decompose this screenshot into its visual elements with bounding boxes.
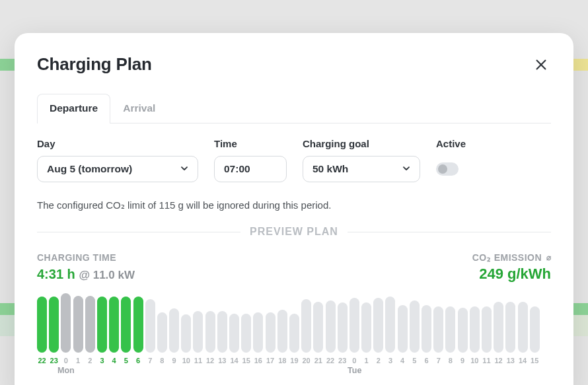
chart-tick: 3 [97,357,107,365]
chart-tick: 13 [505,357,515,365]
chart-tick: 5 [410,357,420,365]
chart-bar [266,312,276,353]
goal-value: 50 kWh [312,163,348,175]
chart-bar [326,300,336,353]
chart-bar [433,306,443,353]
charging-time-label: CHARGING TIME [37,252,135,263]
chart-tick: 12 [494,357,503,365]
chart-tick: 13 [217,357,227,365]
chart-tick: 9 [169,357,179,365]
chart-tick: 16 [253,357,263,365]
chart-bar [241,314,251,353]
chart-tick: 11 [482,357,492,365]
field-day: Day Aug 5 (tomorrow) [37,138,198,182]
preview-chart: 2223012345678910111213141516171819202122… [37,293,551,378]
chart-tick: 6 [422,357,431,365]
chart-tick: 7 [433,357,443,365]
chart-bar [73,296,83,353]
chart-bar [445,306,455,353]
chart-tick: 8 [445,357,455,365]
chart-bar [157,312,167,353]
divider-label: PREVIEW PLAN [250,226,338,238]
chart-tick: 4 [398,357,408,365]
chart-bar [289,314,299,353]
chart-bar [193,311,203,353]
field-goal: Charging goal 50 kWh [303,138,420,182]
close-button[interactable] [531,55,551,75]
chart-tick: 12 [205,357,215,365]
metric-co2: CO₂ EMISSION ⌀ 249 g/kWh [472,252,551,283]
chart-tick: 5 [121,357,131,365]
chart-tick: 0 [349,357,359,365]
chart-bar [229,314,239,353]
co2-value: 249 g/kWh [472,265,551,283]
charging-time-value: 4:31 h @ 11.0 kW [37,267,135,282]
chart-bar [458,308,468,353]
tab-arrival[interactable]: Arrival [110,94,168,123]
chart-bar [385,297,395,353]
chart-tick: 4 [109,357,119,365]
chevron-down-icon [402,163,410,175]
chart-bar [410,300,420,353]
chart-bar [277,310,287,353]
chart-tick: 0 [61,357,71,365]
time-input[interactable]: 07:00 [214,156,287,182]
chart-day-labels: MonTue [37,366,551,378]
metric-charging-time: CHARGING TIME 4:31 h @ 11.0 kW [37,252,135,283]
chart-tick: 10 [470,357,480,365]
chart-bar [505,302,515,353]
chart-bar [470,306,480,353]
chart-tick: 23 [49,357,59,365]
chart-tick: 10 [181,357,191,365]
chart-tick: 19 [289,357,299,365]
chart-bar [109,297,119,353]
day-label: Day [37,138,198,149]
chart-tick: 21 [313,357,323,365]
chart-tick: 15 [530,357,540,365]
close-icon [534,64,548,74]
chart-tick: 20 [301,357,311,365]
chart-tick: 2 [373,357,383,365]
divider: PREVIEW PLAN [37,226,551,238]
chart-day-label: Mon [57,366,75,375]
tab-departure[interactable]: Departure [37,94,110,123]
field-active: Active [436,138,466,176]
chart-bar [398,305,408,353]
chart-bar [121,297,131,353]
tabs: Departure Arrival [37,93,551,123]
chart-tick: 9 [458,357,468,365]
chart-bar [61,293,71,353]
chart-tick: 14 [518,357,528,365]
chart-bar [361,302,371,353]
goal-label: Charging goal [303,138,420,149]
chart-xaxis: 2223012345678910111213141516171819202122… [37,357,551,365]
time-label: Time [214,138,287,149]
chart-tick: 18 [277,357,287,365]
chart-tick: 8 [157,357,167,365]
chart-bar [181,314,191,353]
chart-tick: 14 [229,357,239,365]
chart-bar [422,305,431,353]
chart-bar [373,298,383,353]
goal-select[interactable]: 50 kWh [303,156,420,182]
chart-bar [205,311,215,353]
co2-label: CO₂ EMISSION ⌀ [472,252,551,263]
chart-bar [49,297,59,353]
chart-day-label: Tue [348,366,361,375]
divider-line [37,232,240,232]
modal-title: Charging Plan [37,54,152,75]
active-toggle[interactable] [436,162,459,176]
chart-bar [313,302,323,353]
day-value: Aug 5 (tomorrow) [47,163,132,175]
chart-bar [37,297,47,353]
chart-bar [85,296,95,353]
chart-bar [97,297,107,353]
slash-circle-icon: ⌀ [546,253,552,262]
chart-tick: 3 [385,357,395,365]
metrics: CHARGING TIME 4:31 h @ 11.0 kW CO₂ EMISS… [37,252,551,283]
chart-bar [217,311,227,353]
active-label: Active [436,138,466,149]
form-row: Day Aug 5 (tomorrow) Time 07:00 Charging… [37,138,551,182]
day-select[interactable]: Aug 5 (tomorrow) [37,156,198,182]
chart-bar [133,297,143,353]
